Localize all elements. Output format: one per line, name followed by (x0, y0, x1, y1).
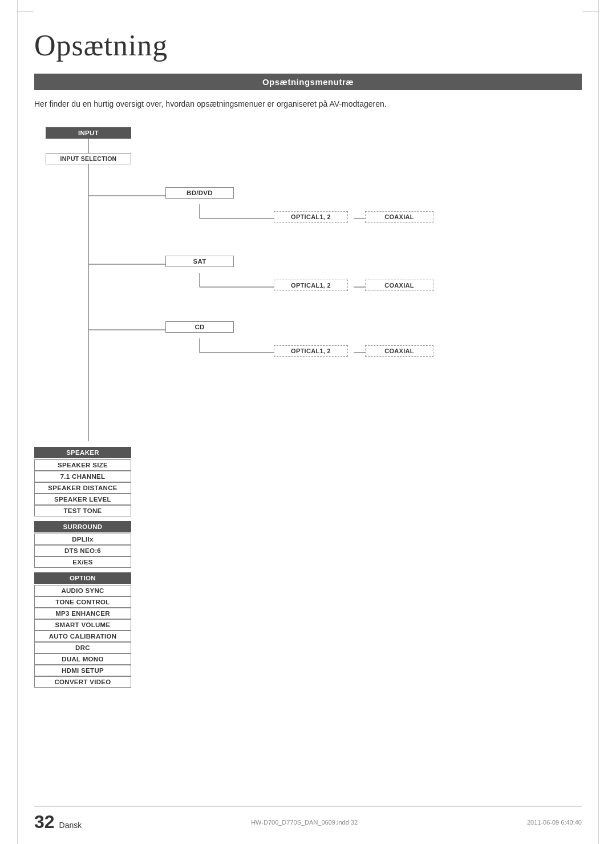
dts-neo6: DTS NEO:6 (34, 545, 131, 556)
audio-sync: AUDIO SYNC (34, 585, 131, 596)
input-box: INPUT (46, 127, 131, 139)
connectors-svg (34, 122, 525, 504)
description: Her finder du en hurtig oversigt over, h… (34, 98, 582, 110)
bddvd-box: BD/DVD (165, 187, 234, 199)
option-section: OPTION AUDIO SYNC TONE CONTROL MP3 ENHAN… (34, 572, 582, 688)
smart-volume: SMART VOLUME (34, 619, 131, 631)
mp3-enhancer: MP3 ENHANCER (34, 608, 131, 619)
sat-box: SAT (165, 256, 234, 267)
footer-date: 2011-06-09 6:40:40 (527, 819, 582, 826)
surround-header: SURROUND (34, 521, 131, 532)
coaxial-cd-box: COAXIAL (365, 345, 433, 357)
option-header: OPTION (34, 572, 131, 584)
surround-section: SURROUND DPLIIx DTS NEO:6 EX/ES (34, 521, 582, 568)
border-top-right (582, 11, 599, 12)
border-top-left (17, 11, 34, 12)
dual-mono: DUAL MONO (34, 653, 131, 665)
page-language: Dansk (59, 821, 82, 830)
optical-sat-box: OPTICAL1, 2 (274, 280, 348, 291)
input-selection-box: INPUT SELECTION (46, 153, 131, 164)
dpliix: DPLIIx (34, 534, 131, 545)
page-container: Opsætning Opsætningsmenutræ Her finder d… (0, 0, 616, 844)
drc: DRC (34, 642, 131, 653)
cd-box: CD (165, 321, 234, 333)
tone-control: TONE CONTROL (34, 596, 131, 608)
exes: EX/ES (34, 556, 131, 568)
coaxial-bddvd-box: COAXIAL (365, 211, 433, 223)
optical-bddvd-box: OPTICAL1, 2 (274, 211, 348, 223)
footer: 32 Dansk HW-D700_D770S_DAN_0609.indd 32 … (34, 806, 582, 833)
main-title: Opsætning (34, 29, 582, 62)
hdmi-setup: HDMI SETUP (34, 665, 131, 676)
page-number: 32 (34, 811, 55, 833)
page-number-section: 32 Dansk (34, 811, 82, 833)
border-left (17, 0, 18, 844)
border-right (598, 0, 599, 844)
test-tone: TEST TONE (34, 505, 131, 516)
auto-calibration: AUTO CALIBRATION (34, 631, 131, 642)
optical-cd-box: OPTICAL1, 2 (274, 345, 348, 357)
convert-video: CONVERT VIDEO (34, 676, 131, 688)
section-header: Opsætningsmenutræ (34, 74, 582, 90)
coaxial-sat-box: COAXIAL (365, 280, 433, 291)
footer-file: HW-D700_D770S_DAN_0609.indd 32 (251, 819, 358, 826)
input-tree-diagram: INPUT INPUT SELECTION BD/DVD OPTICAL1, 2… (34, 122, 525, 504)
